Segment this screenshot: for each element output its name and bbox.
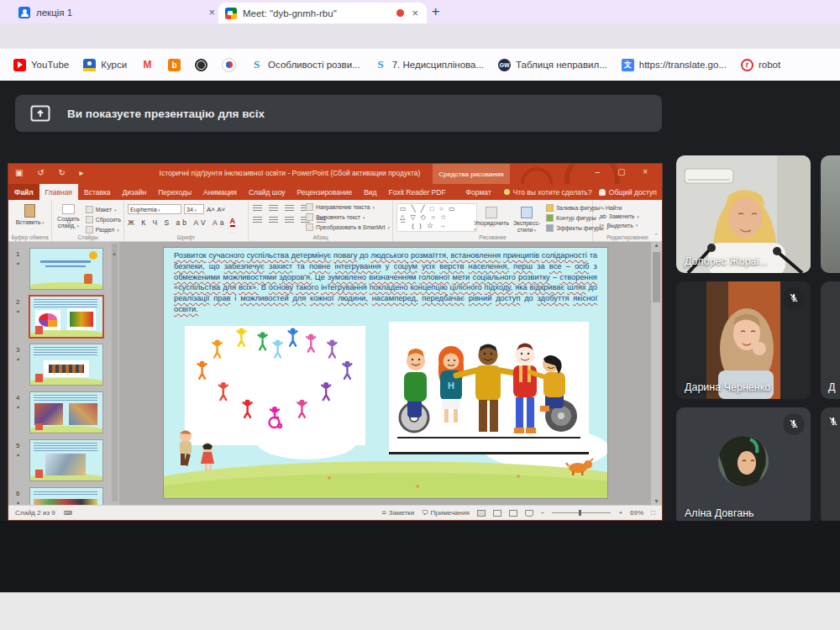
bookmark-item[interactable]: b bbox=[168, 59, 181, 71]
tab-strip: лекція 1 × Meet: "dyb-gnmh-rbu" × + bbox=[0, 0, 840, 24]
slideshow-view-icon[interactable] bbox=[525, 510, 533, 517]
indent-icon[interactable] bbox=[285, 205, 294, 212]
ribbon-group-editing: ⌕Найти abЗаменить ▻Выделить Редактирован… bbox=[593, 200, 662, 241]
walking-kids-illustration bbox=[171, 426, 223, 478]
text-direction-button[interactable]: Направление текста bbox=[306, 203, 390, 211]
normal-view-icon[interactable] bbox=[477, 510, 486, 517]
font-size-box[interactable]: 34 bbox=[184, 204, 204, 214]
align-right-icon[interactable] bbox=[285, 217, 294, 223]
font-color-button[interactable]: А bbox=[230, 218, 236, 227]
align-left-icon[interactable] bbox=[253, 217, 262, 223]
grow-shrink-font-icons[interactable]: А˄ А˅ bbox=[207, 206, 225, 213]
tab-close-icon[interactable]: × bbox=[207, 7, 217, 18]
kids-group-image[interactable]: H bbox=[389, 322, 589, 454]
ribbon-group-font: Euphemia 34 А˄ А˅ Ж К Ч S ab АV Аа А Шри… bbox=[124, 200, 249, 241]
ppt-tab-4[interactable]: Переходы bbox=[152, 184, 197, 200]
person-icon bbox=[599, 189, 606, 196]
zoom-out-button[interactable]: − bbox=[541, 509, 545, 517]
bookmark-item[interactable]: S7. Недисциплінова... bbox=[375, 59, 484, 71]
align-text-button[interactable]: Выровнять текст bbox=[306, 213, 390, 221]
font-style-buttons[interactable]: Ж К Ч S ab АV Аа bbox=[128, 218, 227, 227]
participant-tile-1[interactable]: Долорес Жораі... bbox=[676, 155, 811, 273]
ppt-tab-10[interactable]: Формат bbox=[460, 184, 497, 200]
find-button[interactable]: ⌕Найти bbox=[600, 204, 662, 211]
bookmark-item[interactable]: Курси bbox=[83, 59, 127, 71]
section-button[interactable]: Раздел bbox=[86, 226, 121, 234]
participant-tile-partial[interactable] bbox=[821, 407, 840, 525]
tab-lektsiya[interactable]: лекція 1 × bbox=[13, 3, 222, 22]
zoom-in-button[interactable]: + bbox=[618, 509, 622, 517]
bookmark-item[interactable]: SОсобливості розви... bbox=[250, 59, 360, 71]
slide-thumbnail-3[interactable] bbox=[30, 344, 102, 385]
slide-text[interactable]: Розвиток сучасного суспільства детерміну… bbox=[174, 250, 597, 315]
participant-tile-3[interactable]: Аліна Довгань bbox=[676, 407, 811, 525]
numbering-icon[interactable] bbox=[269, 205, 278, 212]
slide-thumbnail-2[interactable] bbox=[30, 297, 102, 337]
tab-close-icon[interactable]: × bbox=[410, 8, 420, 18]
ppt-tab-8[interactable]: Вид bbox=[358, 184, 382, 200]
bookmark-item[interactable]: M bbox=[141, 59, 154, 71]
bookmark-item[interactable] bbox=[195, 59, 207, 71]
shapes-gallery[interactable]: ▭ ╲ ╱ □ ○ ▭ △ ▽ ◇ ○ ☆ ⌒ ( ) ☆ → bbox=[396, 203, 477, 232]
slide-thumbnail-4[interactable] bbox=[30, 392, 102, 433]
participant-tile-2[interactable]: Дарина Черненко bbox=[676, 281, 811, 399]
notes-toggle[interactable]: ≐ Заметки bbox=[381, 509, 415, 517]
font-name-box[interactable]: Euphemia bbox=[128, 204, 181, 214]
bookmark-item[interactable]: 文https://translate.go... bbox=[622, 59, 727, 71]
bookmark-item[interactable] bbox=[222, 58, 236, 72]
slide-sorter-view-icon[interactable] bbox=[493, 510, 501, 517]
participant-tile-partial[interactable]: Д bbox=[821, 281, 840, 399]
ppt-window-controls[interactable]: – ▢ × bbox=[596, 167, 655, 176]
ppt-tab-5[interactable]: Анимация bbox=[197, 184, 243, 200]
ppt-quick-access-toolbar[interactable]: ▣ ↺ ↻ ▸ bbox=[15, 168, 90, 177]
fit-slide-icon[interactable]: ⛶ bbox=[651, 510, 655, 517]
tell-me-box[interactable]: Что вы хотите сделать? bbox=[497, 184, 599, 200]
animation-indicator-icon: ✶ bbox=[16, 308, 20, 314]
slide-thumbnail-panel[interactable]: ▲ 1✶2✶3✶4✶5✶6✶ bbox=[8, 242, 119, 505]
bookmark-item[interactable]: GWТаблиця неправил... bbox=[498, 59, 607, 71]
reset-button[interactable]: Сбросить bbox=[86, 216, 121, 223]
reading-view-icon[interactable] bbox=[509, 510, 517, 517]
arrange-button[interactable]: Упорядочить bbox=[475, 202, 507, 232]
zoom-slider[interactable] bbox=[552, 512, 611, 513]
ppt-tab-9[interactable]: Foxit Reader PDF bbox=[383, 184, 452, 200]
ppt-tab-7[interactable]: Рецензирование bbox=[291, 184, 359, 200]
editor-scrollbar[interactable]: ▲▼ bbox=[651, 242, 662, 505]
layout-button[interactable]: Макет bbox=[86, 206, 121, 213]
collapse-ribbon-icon[interactable]: ⌃ bbox=[654, 233, 659, 239]
new-slide-button[interactable]: Создать слайд, bbox=[55, 203, 82, 234]
paste-button[interactable]: Вставить bbox=[8, 200, 51, 225]
ppt-tab-1[interactable]: Главная bbox=[39, 184, 78, 200]
slide-thumbnail-5[interactable] bbox=[30, 440, 102, 480]
participant-tile-partial[interactable] bbox=[821, 155, 840, 273]
paste-icon bbox=[24, 204, 35, 218]
bookmark-item[interactable]: YouTube bbox=[13, 59, 69, 71]
thumbnail-scrollbar[interactable]: ▲ bbox=[112, 244, 118, 501]
tab-meet[interactable]: Meet: "dyb-gnmh-rbu" × bbox=[218, 3, 427, 24]
smartart-button[interactable]: Преобразовать в SmartArt bbox=[306, 223, 390, 231]
ppt-tab-3[interactable]: Дизайн bbox=[117, 184, 153, 200]
zoom-level[interactable]: 69% bbox=[630, 509, 643, 517]
align-center-icon[interactable] bbox=[269, 217, 278, 223]
new-tab-button[interactable]: + bbox=[432, 4, 439, 19]
bookmark-label: robot bbox=[759, 60, 780, 70]
comments-toggle[interactable]: 🗩 Примечания bbox=[422, 509, 469, 517]
bookmark-label: Особливості розви... bbox=[268, 60, 360, 70]
bullets-icon[interactable] bbox=[253, 205, 262, 212]
quick-styles-button[interactable]: Экспресс-стили bbox=[509, 202, 544, 233]
slide-canvas[interactable]: Розвиток сучасного суспільства детерміну… bbox=[164, 248, 607, 498]
slide-thumbnail-6[interactable] bbox=[30, 488, 102, 505]
select-button[interactable]: ▻Выделить bbox=[600, 222, 662, 228]
presenting-banner: Ви показуєте презентацію для всіх bbox=[15, 95, 662, 132]
slide-thumbnail-1[interactable] bbox=[30, 249, 102, 289]
quick-styles-icon bbox=[521, 207, 533, 218]
ppt-workspace: ▲ 1✶2✶3✶4✶5✶6✶ Розвиток сучасного суспіл… bbox=[8, 242, 662, 505]
ppt-tab-0[interactable]: Файл bbox=[8, 184, 39, 200]
ppt-tab-2[interactable]: Вставка bbox=[78, 184, 117, 200]
replace-button[interactable]: abЗаменить bbox=[600, 213, 662, 219]
bookmark-item[interactable]: rrobot bbox=[741, 59, 780, 71]
recording-indicator-icon bbox=[396, 9, 404, 17]
ppt-tab-6[interactable]: Слайд шоу bbox=[243, 184, 291, 200]
share-button[interactable]: Общий доступ bbox=[599, 184, 662, 200]
participant-name: Аліна Довгань bbox=[685, 507, 754, 519]
